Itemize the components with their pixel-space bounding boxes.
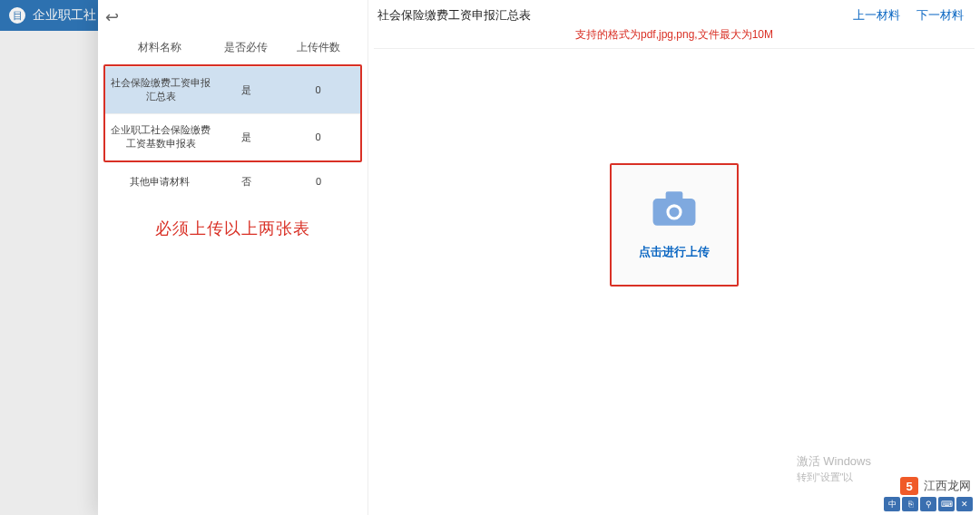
site-brand: 5 江西龙网 [900, 477, 971, 495]
current-material-title: 社会保险缴费工资申报汇总表 [377, 7, 531, 24]
brand-badge-icon: 5 [900, 477, 918, 495]
required-materials-highlight: 社会保险缴费工资申报汇总表 是 0 企业职工社会保险缴费工资基数申报表 是 0 [103, 64, 362, 162]
tray-icon[interactable]: ⌨ [938, 497, 955, 511]
prev-material-link[interactable]: 上一材料 [853, 7, 900, 24]
tray-icon[interactable]: ✕ [956, 497, 973, 511]
col-header-required: 是否必传 [214, 40, 278, 55]
upload-panel: 社会保险缴费工资申报汇总表 上一材料 下一材料 支持的格式为pdf,jpg,pn… [368, 0, 980, 515]
tray-icon[interactable]: ⎘ [902, 497, 918, 511]
left-sidebar [0, 31, 98, 515]
col-header-name: 材料名称 [105, 40, 214, 55]
material-row[interactable]: 其他申请材料 否 0 [103, 166, 362, 198]
material-row[interactable]: 社会保险缴费工资申报汇总表 是 0 [105, 66, 360, 113]
tray-icon[interactable]: 中 [884, 497, 900, 511]
upload-modal: ↩ 材料名称 是否必传 上传件数 社会保险缴费工资申报汇总表 是 0 企业职工社… [98, 0, 980, 515]
tray-icon[interactable]: ⚲ [920, 497, 936, 511]
next-material-link[interactable]: 下一材料 [916, 7, 964, 24]
col-header-count: 上传件数 [278, 40, 359, 55]
upload-area: 点击进行上传 [374, 48, 975, 510]
camera-icon [652, 189, 697, 228]
material-list-panel: 材料名称 是否必传 上传件数 社会保险缴费工资申报汇总表 是 0 企业职工社会保… [98, 0, 368, 515]
brand-text: 江西龙网 [924, 478, 971, 494]
windows-activation-watermark: 激活 Windows 转到"设置"以 [797, 453, 871, 484]
upload-dropzone[interactable]: 点击进行上传 [610, 163, 739, 287]
upload-text: 点击进行上传 [639, 244, 710, 260]
annotation-text: 必须上传以上两张表 [103, 218, 362, 239]
material-table-header: 材料名称 是否必传 上传件数 [103, 36, 362, 59]
app-title: 企业职工社 [33, 7, 96, 24]
system-tray: 中 ⎘ ⚲ ⌨ ✕ [884, 497, 973, 511]
format-hint: 支持的格式为pdf,jpg,png,文件最大为10M [368, 27, 980, 48]
svg-rect-1 [666, 191, 683, 201]
app-logo-icon: 目 [9, 7, 25, 24]
svg-point-3 [670, 207, 680, 217]
material-row[interactable]: 企业职工社会保险缴费工资基数申报表 是 0 [105, 113, 360, 160]
